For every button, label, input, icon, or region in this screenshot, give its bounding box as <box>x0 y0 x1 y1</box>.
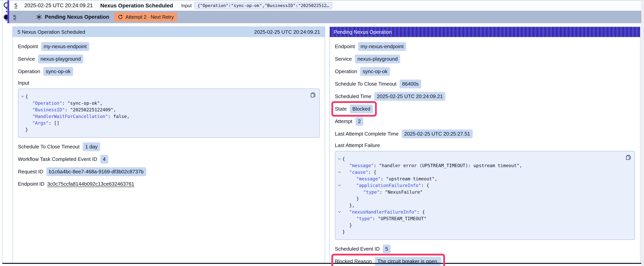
event-detail-area: 5 Nexus Operation Scheduled 2025-02-25 U… <box>2 23 641 263</box>
json-token: : <box>65 107 70 112</box>
json-code-line: { <box>20 93 306 100</box>
event-fields-top: Endpointmy-nexus-endpointServicenexus-pl… <box>18 42 320 76</box>
left-field-endpoint-id-value[interactable]: 3c0c75ccfa8144b092c13ce632463761 <box>47 181 134 187</box>
json-token: "UPSTREAM_TIMEOUT" <box>378 216 426 221</box>
left-field-schedule-to-close-timeout-value: 1 day <box>83 142 100 151</box>
left-field-request-id-value: b1c6a4bc-8ee7-468a-9169-df3b02c8737b <box>46 167 146 176</box>
json-collapse-chevron-icon[interactable] <box>336 211 342 213</box>
json-collapse-chevron-icon[interactable] <box>336 171 342 173</box>
right-field-attempt-label: Attempt <box>335 118 352 124</box>
input-section-label: Input <box>18 80 320 86</box>
json-token: : <box>48 121 54 126</box>
pending-id-link[interactable]: 5 <box>13 14 16 20</box>
event-timestamp: 2025-02-25 UTC 20:24:09.21 <box>24 3 93 9</box>
left-field-operation-value: sync-op-ok <box>43 67 73 76</box>
json-token: "upstream timeout", <box>386 176 437 181</box>
event-summary-row[interactable]: 5 2025-02-25 UTC 20:24:09.21 Nexus Opera… <box>9 1 641 11</box>
left-field-schedule-to-close-timeout: Schedule To Close Timeout1 day <box>18 142 320 151</box>
right-field-blocked-reason-value: The circuit breaker is open. <box>375 257 441 266</box>
right-field-endpoint-label: Endpoint <box>335 44 355 50</box>
json-token: : { <box>421 183 429 188</box>
json-code-line: "message": "handler error (UPSTREAM_TIME… <box>336 162 621 169</box>
json-token: "sync-op-ok", <box>68 101 102 106</box>
json-collapse-chevron-icon[interactable] <box>20 96 25 98</box>
json-token: : { <box>417 209 425 214</box>
failure-section-label: Last Attempt Failure <box>335 142 635 149</box>
json-token: }, <box>349 203 355 208</box>
json-key: "message" <box>356 176 381 181</box>
json-token: : <box>380 190 385 195</box>
right-field-scheduled-time-value: 2025-02-25 UTC 20:24:09.21 <box>374 92 445 101</box>
failure-json-code-block: {"message": "handler error (UPSTREAM_TIM… <box>335 151 635 240</box>
vertical-scrollbar[interactable] <box>641 0 644 266</box>
event-details-card-timestamp: 2025-02-25 UTC 20:24:09.21 <box>254 29 320 35</box>
left-field-service-label: Service <box>18 56 35 62</box>
right-field-scheduled-event-id-label: Scheduled Event ID <box>335 246 380 252</box>
right-field-blocked-reason: Blocked ReasonThe circuit breaker is ope… <box>335 257 635 266</box>
json-token: "20250225122409", <box>70 107 116 112</box>
right-field-attempt: Attempt2 <box>335 117 635 126</box>
json-key: "nexusHandlerFailureInfo" <box>349 209 417 214</box>
json-code-line: "type": "UPSTREAM_TIMEOUT" <box>336 215 621 222</box>
json-key: "Operation" <box>32 101 62 106</box>
pending-title: Pending Nexus Operation <box>45 14 109 20</box>
left-field-service: Servicenexus-playground <box>18 55 320 63</box>
right-field-operation-value: sync-op-ok <box>360 67 390 76</box>
right-field-scheduled-event-id-value: 5 <box>383 244 390 253</box>
json-key: "applicationFailureInfo" <box>356 183 421 188</box>
json-token: "handler error (UPSTREAM_TIMEOUT): upstr… <box>379 163 522 168</box>
json-code-line: "Args": [] <box>20 120 306 126</box>
event-input-preview: {"Operation":"sync-op-ok","BusinessID":"… <box>194 2 332 9</box>
json-code-line: "cause": { <box>336 169 621 175</box>
right-field-operation: Operationsync-op-ok <box>335 67 635 76</box>
json-code-line: "BusinessID": "20250225122409", <box>20 107 306 113</box>
left-field-operation: Operationsync-op-ok <box>18 67 320 76</box>
left-field-workflow-task-completed-event-id-value: 4 <box>100 155 108 164</box>
json-collapse-chevron-icon[interactable] <box>336 158 342 160</box>
json-code-line: } <box>336 222 621 228</box>
json-token: : { <box>368 170 376 175</box>
event-id-link[interactable]: 5 <box>14 3 17 9</box>
right-field-operation-label: Operation <box>335 69 357 75</box>
right-field-service-value: nexus-playground <box>355 55 400 63</box>
copy-icon[interactable] <box>310 92 316 98</box>
json-collapse-chevron-icon[interactable] <box>336 184 342 186</box>
right-field-state-value: Blocked <box>350 105 373 113</box>
left-field-endpoint-label: Endpoint <box>18 44 38 50</box>
pending-operation-row[interactable]: 5 Pending Nexus Operation Attempt 2 · Ne… <box>9 11 641 23</box>
right-field-service: Servicenexus-playground <box>335 55 635 63</box>
right-field-scheduled-time: Scheduled Time2025-02-25 UTC 20:24:09.21 <box>335 92 635 101</box>
right-field-endpoint-value: my-nexus-endpoint <box>358 42 406 51</box>
json-token: } <box>342 229 345 234</box>
left-field-request-id: Request IDb1c6a4bc-8ee7-468a-9169-df3b02… <box>18 167 320 176</box>
json-token: { <box>342 156 345 161</box>
event-input-label: Input <box>181 3 192 9</box>
temporal-event-history-screen: 5 2025-02-25 UTC 20:24:09.21 Nexus Opera… <box>0 0 644 266</box>
left-field-endpoint-value: my-nexus-endpoint <box>41 42 89 51</box>
json-token: false, <box>113 114 130 119</box>
left-field-request-id-label: Request ID <box>18 169 43 175</box>
right-field-state-label: State <box>335 106 347 112</box>
left-field-endpoint-id: Endpoint ID3c0c75ccfa8144b092c13ce632463… <box>18 180 320 188</box>
json-token: "NexusFailure" <box>385 190 423 195</box>
json-code-line: "type": "NexusFailure" <box>336 189 621 195</box>
retry-icon <box>118 14 123 20</box>
json-key: "type" <box>363 190 380 195</box>
copy-icon[interactable] <box>625 154 632 161</box>
json-key: "type" <box>356 216 372 221</box>
selected-group-indicator-bar <box>8 1 9 23</box>
event-fields-bottom: Schedule To Close Timeout1 dayWorkflow T… <box>18 142 320 188</box>
json-code-line: } <box>336 228 621 235</box>
json-key: "message" <box>349 163 374 168</box>
event-details-card-title: 5 Nexus Operation Scheduled <box>18 29 85 35</box>
retry-badge-label: Attempt 2 · Next Retry <box>126 14 174 20</box>
detail-area-bottom-border <box>2 263 641 264</box>
event-details-card: 5 Nexus Operation Scheduled 2025-02-25 U… <box>12 27 325 263</box>
json-token: : <box>62 101 68 106</box>
pending-fields-bottom: Scheduled Event ID5Blocked ReasonThe cir… <box>335 244 635 266</box>
left-field-schedule-to-close-timeout-label: Schedule To Close Timeout <box>18 144 80 150</box>
json-token: : <box>381 176 386 181</box>
right-field-service-label: Service <box>335 56 352 62</box>
right-field-last-attempt-complete-time-value: 2025-02-25 UTC 20:25:27.51 <box>402 129 473 138</box>
json-code-line: }, <box>336 202 621 209</box>
